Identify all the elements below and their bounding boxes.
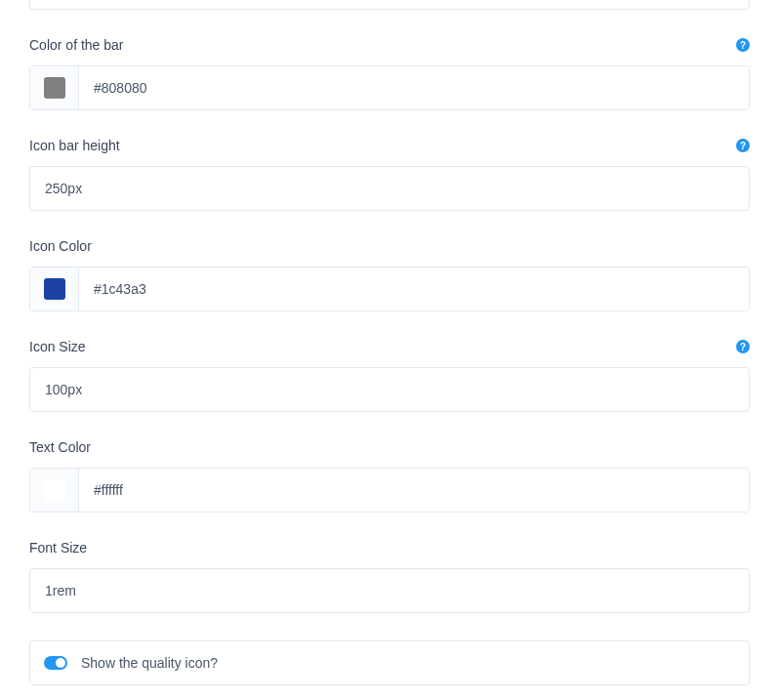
icon-color-swatch-cell[interactable] bbox=[30, 268, 79, 310]
bar-color-swatch bbox=[44, 77, 65, 99]
icon-color-swatch bbox=[44, 278, 65, 300]
help-icon[interactable]: ? bbox=[736, 139, 750, 152]
field-icon-color: Icon Color bbox=[29, 238, 750, 311]
field-icon-size: Icon Size ? bbox=[29, 339, 750, 412]
icon-color-label: Icon Color bbox=[29, 238, 92, 254]
show-quality-icon-label: Show the quality icon? bbox=[81, 655, 218, 671]
truncated-previous-field bbox=[29, 0, 750, 10]
icon-size-label: Icon Size bbox=[29, 339, 86, 354]
toggle-knob bbox=[56, 658, 65, 668]
label-row: Color of the bar ? bbox=[29, 37, 750, 53]
font-size-input[interactable] bbox=[29, 568, 750, 613]
text-color-swatch bbox=[44, 479, 65, 501]
field-text-color: Text Color bbox=[29, 439, 750, 513]
field-bar-color: Color of the bar ? bbox=[29, 37, 750, 110]
bar-color-input[interactable] bbox=[79, 66, 749, 109]
icon-bar-height-label: Icon bar height bbox=[29, 138, 120, 153]
font-size-label: Font Size bbox=[29, 540, 87, 556]
text-color-label: Text Color bbox=[29, 439, 91, 455]
bar-color-input-wrap bbox=[29, 65, 750, 110]
text-color-input[interactable] bbox=[79, 469, 749, 512]
text-color-input-wrap bbox=[29, 468, 750, 513]
help-icon[interactable]: ? bbox=[736, 340, 750, 353]
label-row: Icon Color bbox=[29, 238, 750, 254]
show-quality-icon-toggle[interactable] bbox=[44, 656, 67, 670]
field-show-quality-icon: Show the quality icon? bbox=[29, 640, 750, 685]
truncated-input-bottom bbox=[29, 0, 750, 10]
label-row: Font Size bbox=[29, 540, 750, 556]
toggle-row: Show the quality icon? bbox=[29, 640, 750, 685]
icon-bar-height-input[interactable] bbox=[29, 166, 750, 211]
field-font-size: Font Size bbox=[29, 540, 750, 613]
label-row: Icon bar height ? bbox=[29, 138, 750, 153]
icon-size-input[interactable] bbox=[29, 367, 750, 412]
text-color-swatch-cell[interactable] bbox=[30, 469, 79, 512]
icon-color-input-wrap bbox=[29, 267, 750, 311]
help-icon[interactable]: ? bbox=[736, 38, 750, 52]
label-row: Icon Size ? bbox=[29, 339, 750, 354]
label-row: Text Color bbox=[29, 439, 750, 455]
bar-color-swatch-cell[interactable] bbox=[30, 66, 79, 109]
bar-color-label: Color of the bar bbox=[29, 37, 124, 53]
icon-color-input[interactable] bbox=[79, 268, 749, 310]
field-icon-bar-height: Icon bar height ? bbox=[29, 138, 750, 211]
